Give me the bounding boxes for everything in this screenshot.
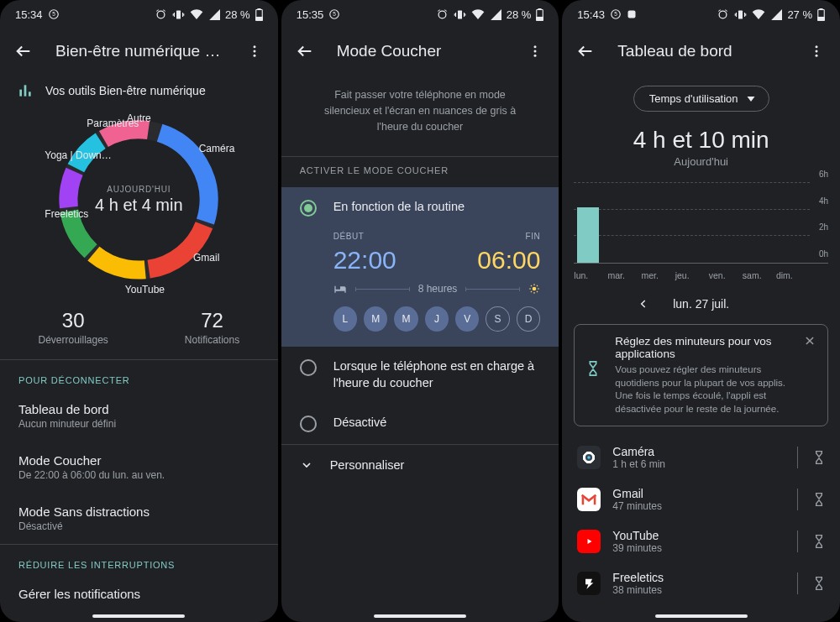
day-chip-s[interactable]: S (486, 306, 509, 332)
segment-label: Paramètres (87, 118, 139, 129)
segment-label: YouTube (125, 284, 165, 295)
duration-row: 8 heures (300, 283, 541, 306)
total-time: 4 h et 10 min (562, 127, 840, 154)
section-disconnect: POUR DÉCONNECTER (0, 359, 278, 390)
five-circle-icon: 5 (48, 8, 60, 20)
hourglass-icon[interactable] (813, 492, 825, 507)
battery-text: 28 % (225, 8, 250, 21)
svg-rect-25 (537, 17, 543, 20)
notifications-counter[interactable]: 72 Notifications (185, 309, 239, 346)
option-charging[interactable]: Lorsque le téléphone est en charge à l'h… (281, 347, 559, 403)
svg-point-37 (816, 45, 818, 48)
gmail-app-icon (577, 488, 601, 511)
segment-label: Gmail (193, 252, 219, 264)
battery-icon (255, 8, 263, 21)
date-label: lun. 27 juil. (673, 297, 729, 311)
signal-icon (770, 9, 782, 20)
radio-icon (300, 416, 317, 432)
hourglass-icon[interactable] (813, 450, 825, 465)
back-button[interactable] (569, 34, 602, 68)
day-chip-j[interactable]: J (425, 306, 449, 332)
hourglass-icon (586, 360, 603, 377)
menu-dashboard[interactable]: Tableau de bord Aucun minuteur défini (0, 390, 278, 442)
svg-rect-36 (818, 17, 825, 20)
arrow-left-icon (296, 42, 314, 60)
more-button[interactable] (800, 34, 833, 68)
appbar: Tableau de bord (562, 29, 840, 74)
back-button[interactable] (7, 34, 40, 68)
bedtime-description: Fait passer votre téléphone en mode sile… (281, 74, 559, 156)
day-chip-d[interactable]: D (517, 306, 540, 332)
usage-barchart[interactable]: 6h 4h 2h 0h (574, 183, 828, 264)
day-chip-l[interactable]: L (333, 306, 357, 332)
page-title: Mode Coucher (337, 42, 504, 60)
day-chip-v[interactable]: V (455, 306, 479, 332)
bed-icon (333, 284, 347, 294)
radio-icon (300, 200, 317, 217)
signal-icon (208, 9, 220, 20)
triangle-down-icon (747, 97, 755, 102)
hourglass-icon[interactable] (813, 576, 825, 591)
menu-focus[interactable]: Mode Sans distractions Désactivé (0, 493, 278, 544)
app-row-youtube[interactable]: YouTube 39 minutes (562, 520, 840, 562)
svg-rect-35 (820, 8, 822, 10)
battery-icon (817, 8, 825, 21)
day-chip-m[interactable]: M (364, 306, 387, 332)
option-routine[interactable]: En fonction de la routine (300, 187, 541, 228)
clock: 15:43 (577, 8, 605, 21)
youtube-app-icon (577, 530, 601, 553)
chevron-left-icon[interactable] (638, 298, 649, 310)
appbar: Bien-être numérique et contrôl… (0, 29, 278, 74)
statusbar: 15:34 5 28 % (0, 0, 278, 29)
gesture-pill[interactable] (655, 614, 748, 618)
gesture-pill[interactable] (92, 614, 185, 618)
battery-icon (536, 8, 543, 21)
vibrate-icon (172, 8, 185, 21)
svg-text:5: 5 (52, 11, 55, 17)
svg-rect-5 (255, 17, 262, 20)
svg-point-8 (253, 55, 255, 57)
hourglass-icon[interactable] (813, 534, 825, 549)
square-notif-icon (627, 9, 637, 19)
app-row-freeletics[interactable]: Freeletics 38 minutes (562, 562, 840, 604)
svg-rect-4 (258, 8, 260, 10)
metric-chip[interactable]: Temps d'utilisation (633, 86, 769, 112)
menu-bedtime[interactable]: Mode Coucher De 22:00 à 06:00 du lun. au… (0, 442, 278, 493)
screen-bedtime: 15:35 5 28 % Mode Coucher Fait passer vo… (281, 0, 559, 622)
customize-row[interactable]: Personnaliser (281, 444, 559, 485)
dismiss-tip-button[interactable] (804, 335, 816, 347)
more-button[interactable] (518, 34, 552, 68)
page-title: Tableau de bord (617, 42, 785, 60)
svg-rect-2 (176, 10, 181, 18)
app-row-camera[interactable]: Caméra 1 h et 6 min (562, 436, 840, 478)
app-row-gmail[interactable]: Gmail 47 minutes (562, 478, 840, 520)
sun-icon (528, 283, 540, 295)
screen-dashboard: 15:43 5 27 % Tableau de bord Temps d'uti… (562, 0, 840, 622)
back-button[interactable] (288, 34, 322, 68)
days-row: L M M J V S D (300, 306, 541, 332)
date-nav: lun. 27 juil. (562, 280, 840, 324)
tools-row[interactable]: Vos outils Bien-être numérique (0, 74, 278, 102)
menu-manage-notifications[interactable]: Gérer les notifications (0, 575, 278, 613)
wifi-icon (190, 9, 203, 19)
today-label: AUJOURD'HUI (107, 185, 171, 194)
option-disabled[interactable]: Désactivé (281, 403, 559, 444)
gesture-pill[interactable] (374, 614, 466, 618)
svg-rect-9 (19, 90, 22, 97)
day-chip-m2[interactable]: M (394, 306, 417, 332)
bar-x-labels: lun. mar. mer. jeu. ven. sam. dim. (562, 267, 840, 280)
statusbar: 15:35 5 28 % (281, 0, 559, 29)
wifi-icon (752, 9, 765, 19)
svg-point-27 (534, 50, 537, 53)
unlocks-counter[interactable]: 30 Déverrouillages (38, 309, 108, 346)
start-time-field[interactable]: DÉBUT 22:00 (333, 232, 396, 274)
end-time-field[interactable]: FIN 06:00 (477, 232, 540, 274)
svg-point-7 (253, 50, 255, 53)
appbar: Mode Coucher (281, 29, 559, 74)
more-button[interactable] (238, 34, 271, 68)
five-circle-icon: 5 (610, 8, 622, 20)
svg-rect-10 (24, 85, 27, 96)
usage-donut[interactable]: AUJOURD'HUI 4 h et 4 min Autre Paramètre… (46, 107, 231, 292)
segment-label: Freeletics (45, 208, 88, 220)
svg-text:5: 5 (333, 11, 336, 17)
